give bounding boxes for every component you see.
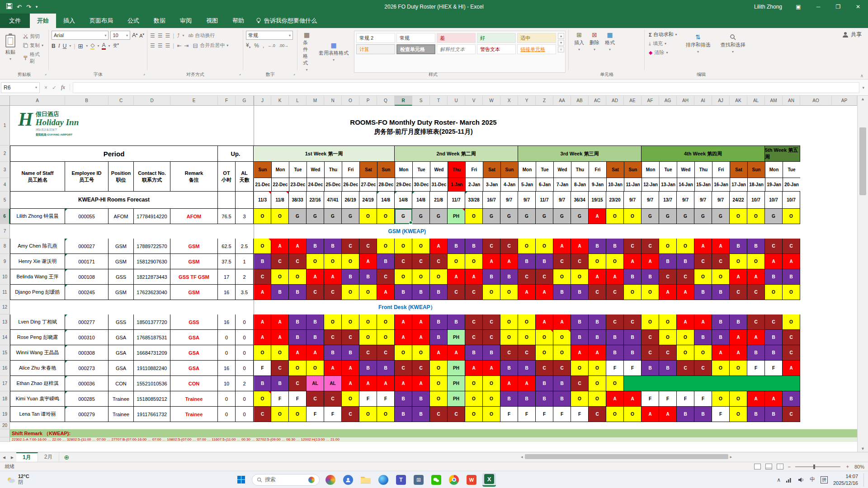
row-header[interactable]: 6 xyxy=(0,209,10,224)
column-header-T[interactable]: T xyxy=(430,96,448,106)
ot-cell[interactable]: 16 xyxy=(218,314,236,330)
shift-cell[interactable]: A xyxy=(571,239,589,254)
shift-cell[interactable]: F xyxy=(606,361,624,376)
shift-cell[interactable]: O xyxy=(677,330,694,345)
shift-cell[interactable]: B xyxy=(730,239,747,254)
week-band[interactable]: 5th Week 第五周 xyxy=(765,145,800,162)
staff-name[interactable]: Amy Chen 陈孔燕 xyxy=(10,239,65,254)
shift-cell[interactable]: O xyxy=(536,345,553,361)
forecast-label[interactable]: KWEAP-HI Rooms Forecast xyxy=(10,192,218,209)
shift-cell[interactable]: A xyxy=(553,239,571,254)
contact-cell[interactable]: 18212873443 xyxy=(134,269,170,285)
shift-cell[interactable]: G xyxy=(430,209,448,224)
ot-cell[interactable]: 0 xyxy=(218,330,236,345)
day-header[interactable]: Mon xyxy=(765,162,783,178)
forecast-cell[interactable]: 11/7 xyxy=(536,192,553,209)
row-header[interactable]: 1 xyxy=(0,106,10,145)
ot-cell[interactable]: 37.5 xyxy=(218,254,236,269)
al-cell[interactable]: 0 xyxy=(236,345,254,361)
shift-cell[interactable]: A xyxy=(359,254,377,269)
day-header[interactable]: Sun xyxy=(254,162,272,178)
font-name-select[interactable]: Arial▾ xyxy=(52,31,108,40)
align-top-icon[interactable]: ☰ xyxy=(150,33,155,39)
shift-cell[interactable]: A xyxy=(342,376,359,391)
scroll-down-icon[interactable]: ▼ xyxy=(861,446,865,451)
shift-cell[interactable]: O xyxy=(712,391,730,407)
employee-id[interactable]: 000108 xyxy=(65,269,108,285)
position-cell[interactable]: GSM xyxy=(108,285,134,300)
column-header-X[interactable]: X xyxy=(500,96,518,106)
shift-cell[interactable]: O xyxy=(359,209,377,224)
shift-cell[interactable]: B xyxy=(430,314,448,330)
shift-cell[interactable]: AL xyxy=(307,376,324,391)
italic-button[interactable]: I xyxy=(58,42,60,49)
table-header[interactable]: Remark备注 xyxy=(170,162,218,192)
column-header-AE[interactable]: AE xyxy=(624,96,642,106)
conditional-formatting-button[interactable]: ▦条件格式▾ xyxy=(300,31,313,73)
save-icon[interactable] xyxy=(6,3,12,10)
shift-cell[interactable]: O xyxy=(342,254,359,269)
shift-cell[interactable]: B xyxy=(518,254,536,269)
shift-cell[interactable]: O xyxy=(518,314,536,330)
shift-cell[interactable]: B xyxy=(412,391,430,407)
date-cell[interactable]: 6-Jan xyxy=(536,178,554,192)
forecast-cell[interactable]: 24/22 xyxy=(730,192,747,209)
date-cell[interactable]: 1-Jan xyxy=(448,178,466,192)
shift-cell[interactable]: O xyxy=(254,391,271,407)
day-header[interactable]: Wed xyxy=(677,162,695,178)
table-header[interactable]: AL天数 xyxy=(236,162,254,192)
shift-cell[interactable]: G xyxy=(536,209,553,224)
shift-cell[interactable]: C xyxy=(324,285,342,300)
al-cell[interactable]: 3 xyxy=(236,209,254,224)
align-center-icon[interactable]: ☰ xyxy=(158,42,163,49)
forecast-cell[interactable]: 14/8 xyxy=(395,192,412,209)
tab-开始[interactable]: 开始 xyxy=(30,14,56,28)
shift-cell[interactable]: A xyxy=(624,391,642,407)
shift-cell[interactable]: B xyxy=(765,345,783,361)
shift-cell[interactable]: A xyxy=(307,269,324,285)
shift-cell[interactable]: B xyxy=(694,330,712,345)
merge-center-button[interactable]: ⊟合并后居中▾ xyxy=(192,42,230,49)
shift-cell[interactable]: G xyxy=(395,209,412,224)
shift-cell[interactable]: B xyxy=(747,239,765,254)
shift-cell[interactable]: F xyxy=(747,361,765,376)
forecast-cell[interactable]: 33/28 xyxy=(465,192,483,209)
enter-formula-icon[interactable]: ✓ xyxy=(52,84,57,91)
percent-icon[interactable]: % xyxy=(254,42,259,49)
fill-button[interactable]: ⤓填充▾ xyxy=(647,40,679,47)
employee-id[interactable]: 000279 xyxy=(65,407,108,422)
shift-cell[interactable]: A xyxy=(465,269,483,285)
shift-cell[interactable]: A xyxy=(289,239,307,254)
shift-cell[interactable]: A xyxy=(324,269,342,285)
shift-cell[interactable]: O xyxy=(624,407,642,422)
contact-cell[interactable]: 19117661732 xyxy=(134,407,170,422)
shift-cell[interactable]: O xyxy=(536,330,553,345)
shift-cell[interactable]: B xyxy=(624,269,642,285)
shift-cell[interactable]: C xyxy=(571,254,589,269)
forecast-cell[interactable]: 11/8 xyxy=(271,192,289,209)
contact-cell[interactable]: 16684731209 xyxy=(134,345,170,361)
shift-cell[interactable]: G xyxy=(307,209,324,224)
shift-cell[interactable]: B xyxy=(606,239,624,254)
format-as-table-button[interactable]: ▦套用表格格式▾ xyxy=(316,31,351,73)
shift-cell[interactable]: G xyxy=(765,209,783,224)
employee-id[interactable]: 000036 xyxy=(65,376,108,391)
column-header-J[interactable]: J xyxy=(254,96,271,106)
shift-cell[interactable]: A xyxy=(254,285,271,300)
shift-cell[interactable]: O xyxy=(395,239,412,254)
al-cell[interactable]: 0 xyxy=(236,330,254,345)
shift-cell[interactable]: G xyxy=(500,209,518,224)
remark-cell[interactable]: GSM xyxy=(170,285,218,300)
date-cell[interactable]: 19-Jan xyxy=(765,178,783,192)
shift-cell[interactable]: O xyxy=(430,361,448,376)
shift-cell[interactable]: F xyxy=(377,391,395,407)
shift-cell[interactable]: A xyxy=(659,285,677,300)
shift-cell[interactable]: B xyxy=(289,330,307,345)
qat-customize-icon[interactable]: ▾ xyxy=(36,5,38,9)
remark-cell[interactable]: GSS xyxy=(170,314,218,330)
shift-cell[interactable]: O xyxy=(465,254,483,269)
shift-cell[interactable]: O xyxy=(747,254,765,269)
al-cell[interactable]: 0 xyxy=(236,391,254,407)
day-header[interactable]: Fri xyxy=(466,162,483,178)
day-header[interactable]: Fri xyxy=(589,162,607,178)
